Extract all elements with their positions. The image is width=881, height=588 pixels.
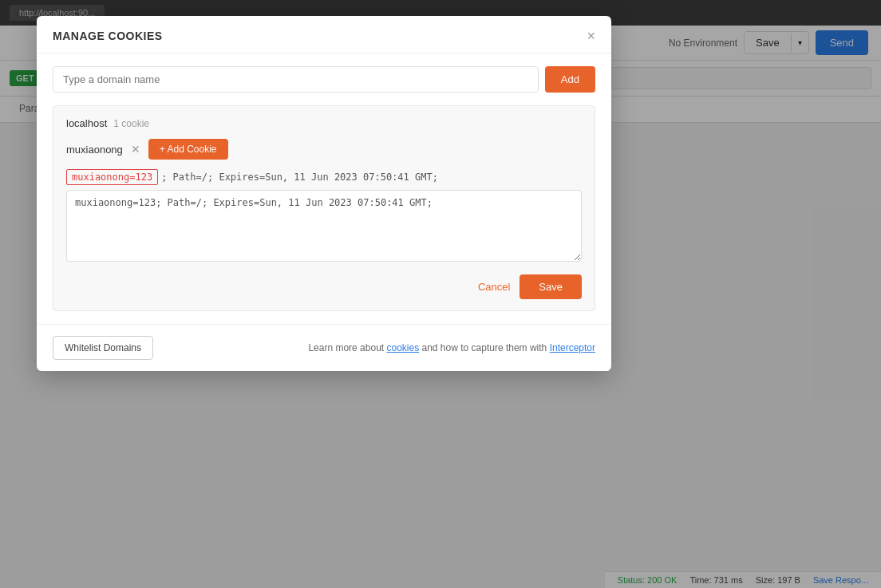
cookie-section-header: localhost 1 cookie <box>66 117 582 129</box>
modal-title: MANAGE COOKIES <box>53 30 163 42</box>
modal-header: MANAGE COOKIES × <box>37 16 611 53</box>
close-button[interactable]: × <box>587 29 595 43</box>
domain-name: localhost <box>66 117 107 129</box>
add-cookie-button[interactable]: + Add Cookie <box>148 139 228 160</box>
cookies-link[interactable]: cookies <box>386 342 419 353</box>
manage-cookies-modal: MANAGE COOKIES × Add localhost 1 cookie … <box>37 16 611 371</box>
cookie-name-label: muxiaonong <box>66 144 123 156</box>
footer-info: Learn more about cookies and how to capt… <box>308 342 595 353</box>
footer-and-text: and how to capture them with <box>422 342 547 353</box>
cookie-editor: muxiaonong=123 ; Path=/; Expires=Sun, 11… <box>66 169 582 265</box>
cookie-count: 1 cookie <box>113 118 149 129</box>
cancel-button[interactable]: Cancel <box>478 274 510 299</box>
cookie-editor-header: muxiaonong=123 ; Path=/; Expires=Sun, 11… <box>66 169 582 185</box>
add-domain-button[interactable]: Add <box>545 66 595 93</box>
interceptor-link[interactable]: Interceptor <box>550 342 595 353</box>
cookie-value-text: ; Path=/; Expires=Sun, 11 Jun 2023 07:50… <box>161 172 438 183</box>
domain-input-row: Add <box>53 66 595 93</box>
cookie-actions: Cancel Save <box>66 274 582 299</box>
cookie-key-highlight: muxiaonong=123 <box>66 169 158 185</box>
delete-cookie-icon[interactable]: ✕ <box>131 143 140 156</box>
cookie-section: localhost 1 cookie muxiaonong ✕ + Add Co… <box>53 105 595 311</box>
save-cookie-button[interactable]: Save <box>520 274 582 299</box>
domain-input[interactable] <box>53 66 539 93</box>
cookie-row: muxiaonong ✕ + Add Cookie <box>66 139 582 160</box>
whitelist-domains-button[interactable]: Whitelist Domains <box>53 336 153 360</box>
modal-footer: Whitelist Domains Learn more about cooki… <box>37 324 611 371</box>
footer-info-text: Learn more about <box>308 342 384 353</box>
cookie-textarea[interactable]: muxiaonong=123; Path=/; Expires=Sun, 11 … <box>66 190 582 262</box>
modal-body: Add localhost 1 cookie muxiaonong ✕ + Ad… <box>37 53 611 324</box>
